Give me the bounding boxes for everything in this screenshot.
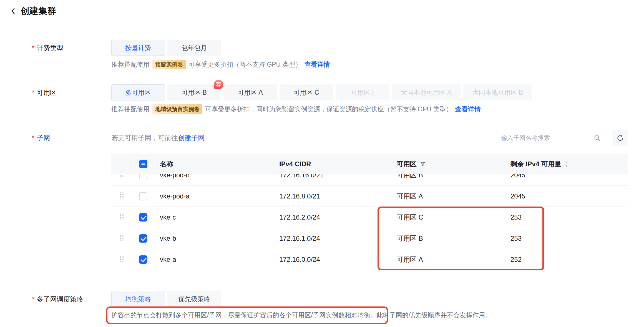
- subnet-remain: 253: [505, 213, 628, 221]
- subnet-name: vke-a: [154, 256, 274, 263]
- subnet-cidr: 172.16.1.0/24: [274, 235, 391, 242]
- row-checkbox[interactable]: [139, 234, 147, 243]
- policy-option-balanced[interactable]: 均衡策略: [111, 291, 165, 307]
- zone-option-label: 可用区 I: [351, 88, 374, 97]
- select-all-checkbox[interactable]: [139, 160, 147, 168]
- subnet-remain: 2045: [505, 174, 628, 179]
- subnet-cidr: 172.16.0.0/24: [274, 256, 391, 263]
- row-checkbox[interactable]: [139, 213, 147, 222]
- zone-option-local-b: 大同本地可用区 B: [463, 84, 532, 100]
- required-asterisk: *: [32, 44, 34, 52]
- zone-option-label: 可用区 A: [238, 88, 263, 97]
- subnet-name: vke-c: [154, 213, 274, 221]
- reserved-instance-badge: 预留实例卷: [152, 60, 186, 69]
- recommend-badge: 荐: [214, 80, 223, 89]
- tip-text: 可享受更多折扣（暂不支持 GPU 类型）: [188, 60, 302, 69]
- subnet-hint: 若无可用子网，可前往创建子网: [111, 134, 205, 142]
- subnet-search-input[interactable]: [501, 134, 594, 142]
- billing-option-postpaid[interactable]: 按量计费: [111, 40, 165, 56]
- row-checkbox[interactable]: [139, 174, 147, 179]
- zone-option-label: 多可用区: [125, 88, 151, 97]
- zone-option-a[interactable]: 可用区 A: [223, 84, 277, 100]
- table-row: vke-pod-b 172.16.16.0/21 可用区 B 2045: [111, 174, 628, 186]
- zone-option-b[interactable]: 可用区 B荐: [167, 84, 221, 100]
- drag-handle-icon[interactable]: [119, 255, 124, 264]
- subnet-zone: 可用区 A: [391, 255, 505, 264]
- column-header-cidr: IPv4 CIDR: [274, 160, 391, 168]
- drag-handle-icon[interactable]: [119, 234, 124, 243]
- subnet-table-body: vke-pod-b 172.16.16.0/21 可用区 B 2045 vke-…: [111, 174, 628, 270]
- drag-handle-icon[interactable]: [119, 213, 124, 222]
- column-header-zone: 可用区: [391, 160, 505, 168]
- subnet-cidr: 172.16.16.0/21: [274, 174, 391, 179]
- regional-reserved-instance-badge: 地域级预留实例卷: [152, 104, 202, 114]
- page-header: 创建集群: [0, 0, 644, 22]
- subnet-hint-text: 若无可用子网，可前往: [111, 134, 178, 142]
- zone-option-c[interactable]: 可用区 C: [280, 84, 333, 100]
- subnet-remain: 252: [505, 256, 628, 263]
- subnet-zone: 可用区 A: [391, 192, 505, 201]
- drag-handle-icon[interactable]: [119, 192, 124, 201]
- refresh-button[interactable]: [612, 130, 628, 146]
- search-icon: [594, 135, 601, 142]
- view-details-link[interactable]: 查看详情: [305, 60, 330, 69]
- subnet-zone: 可用区 B: [391, 174, 505, 180]
- availability-zone-label: *可用区: [0, 84, 111, 114]
- policy-option-label: 均衡策略: [125, 295, 151, 303]
- zone-option-multi[interactable]: 多可用区: [111, 84, 165, 100]
- column-header-name: 名称: [154, 160, 274, 168]
- required-asterisk: *: [32, 295, 34, 303]
- scheduling-policy-label: *多子网调度策略: [0, 291, 111, 320]
- scheduling-policy-row: *多子网调度策略 均衡策略 优先级策略 扩容出的节点会打散到多个可用区/子网，尽…: [0, 291, 644, 320]
- zone-option-label: 可用区 B: [182, 88, 207, 97]
- zone-option-local-a: 大同本地可用区 A: [392, 84, 461, 100]
- subnet-cidr: 172.16.8.0/21: [274, 192, 391, 200]
- billing-type-options: 按量计费 包年包月: [111, 40, 644, 56]
- policy-option-priority[interactable]: 优先级策略: [167, 291, 221, 307]
- billing-option-prepaid[interactable]: 包年包月: [167, 40, 221, 56]
- subnet-label: *子网: [0, 130, 111, 270]
- subnet-search-box[interactable]: [496, 130, 606, 146]
- subnet-remain: 2045: [505, 192, 628, 200]
- subnet-table-header: 名称 IPv4 CIDR 可用区 剩余 IPv4 可用量: [111, 154, 628, 174]
- policy-option-label: 优先级策略: [178, 295, 210, 303]
- drag-handle-icon[interactable]: [119, 174, 124, 180]
- tip-text: 推荐搭配使用: [111, 105, 150, 114]
- column-header-remain: 剩余 IPv4 可用量: [505, 160, 628, 168]
- create-cluster-form: *计费类型 按量计费 包年包月 推荐搭配使用 预留实例卷 可享受更多折扣（暂不支…: [0, 29, 644, 320]
- zone-options: 多可用区 可用区 B荐 可用区 A 可用区 C 可用区 I 大同本地可用区 A …: [111, 84, 644, 100]
- table-row: vke-b 172.16.1.0/24 可用区 B 253: [111, 228, 628, 249]
- table-row: vke-a 172.16.0.0/24 可用区 A 252: [111, 249, 628, 270]
- zone-tip: 推荐搭配使用 地域级预留实例卷 可享受更多折扣，同时为您预留实例资源，保证资源的…: [111, 104, 644, 114]
- zone-option-i: 可用区 I: [336, 84, 389, 100]
- subnet-zone: 可用区 B: [391, 234, 505, 243]
- view-details-link[interactable]: 查看详情: [455, 105, 481, 114]
- subnet-cidr: 172.16.2.0/24: [274, 213, 391, 221]
- create-subnet-link[interactable]: 创建子网: [178, 134, 205, 142]
- sort-icon[interactable]: [565, 160, 568, 168]
- row-checkbox[interactable]: [139, 255, 147, 264]
- subnet-toolbar: 若无可用子网，可前往创建子网: [111, 130, 628, 146]
- back-button[interactable]: [10, 6, 16, 16]
- row-checkbox[interactable]: [139, 192, 147, 200]
- filter-icon[interactable]: [420, 161, 426, 167]
- subnet-name: vke-b: [154, 235, 274, 242]
- billing-option-label: 按量计费: [125, 44, 151, 52]
- availability-zone-row: *可用区 多可用区 可用区 B荐 可用区 A 可用区 C 可用区 I 大同本地可…: [0, 84, 644, 114]
- billing-type-row: *计费类型 按量计费 包年包月 推荐搭配使用 预留实例卷 可享受更多折扣（暂不支…: [0, 40, 644, 69]
- policy-tip-rest: 此时子网的优先级顺序并不会发挥作用。: [377, 311, 492, 319]
- billing-option-label: 包年包月: [182, 44, 207, 52]
- table-row: vke-pod-a 172.16.8.0/21 可用区 A 2045: [111, 186, 628, 207]
- page-title: 创建集群: [21, 5, 56, 17]
- billing-tip: 推荐搭配使用 预留实例卷 可享受更多折扣（暂不支持 GPU 类型） 查看详情: [111, 60, 644, 69]
- subnet-remain: 253: [505, 235, 628, 242]
- zone-option-label: 可用区 C: [294, 88, 319, 97]
- table-row: vke-c 172.16.2.0/24 可用区 C 253: [111, 207, 628, 228]
- chevron-left-icon: [10, 6, 16, 16]
- subnet-name: vke-pod-a: [154, 192, 274, 200]
- zone-option-label: 大同本地可用区 B: [472, 88, 523, 97]
- policy-tip: 扩容出的节点会打散到多个可用区/子网，尽量保证扩容后的各个可用区/子网实例数相对…: [111, 311, 644, 320]
- subnet-name: vke-pod-b: [154, 174, 274, 179]
- subnet-row: *子网 若无可用子网，可前往创建子网: [0, 130, 644, 270]
- tip-text: 推荐搭配使用: [111, 60, 150, 69]
